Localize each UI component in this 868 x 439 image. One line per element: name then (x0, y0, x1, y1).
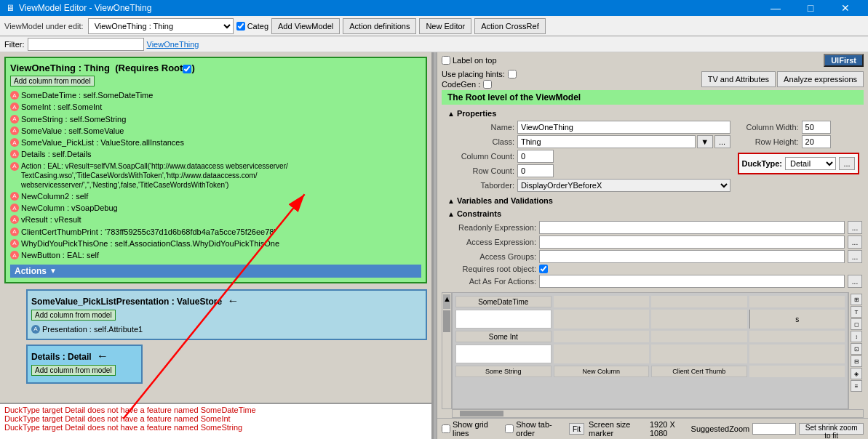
access-expr-input[interactable] (539, 235, 845, 249)
title-bar: 🖥 ViewModel Editor - ViewOneThing — □ ✕ (0, 0, 868, 16)
access-expr-label: Access Expression: (442, 238, 536, 246)
properties-section-header[interactable]: ▲ Properties (442, 108, 864, 119)
picklist-box-title: SomeValue_PickListPresentation : ValueSt… (31, 294, 422, 307)
ui-first-bar: Label on top UIFirst (437, 52, 868, 68)
label-on-top-checkbox[interactable] (442, 56, 450, 65)
action-crossref-button[interactable]: Action CrossRef (474, 18, 545, 34)
title-bar-text: ViewModel Editor - ViewOneThing (19, 3, 151, 13)
act-as-btn[interactable]: ... (848, 275, 862, 288)
action-definitions-button[interactable]: Action definitions (343, 18, 416, 34)
requires-root-checkbox-main[interactable] (183, 65, 191, 73)
show-grid-lines-checkbox[interactable] (442, 424, 450, 433)
taborder-select[interactable]: DisplayOrderYBeforeX (517, 179, 730, 192)
sidebar-icon-8[interactable]: ≡ (851, 380, 862, 392)
access-groups-label: Access Groups: (442, 252, 536, 261)
preview-field-spacer-3 (554, 345, 650, 363)
vm-item-somestring: A SomeString : self.SomeString (10, 113, 421, 125)
show-tab-order-checkbox[interactable] (505, 424, 514, 433)
set-shrink-button[interactable]: Set shrink zoom to fit (799, 423, 864, 435)
preview-label-clientcert: Client Cert Thumb (651, 366, 747, 377)
error-item-3: DuckType target Detail does not have a f… (4, 423, 427, 432)
sidebar-icon-2[interactable]: T (851, 306, 862, 318)
access-expr-btn[interactable]: ... (848, 235, 862, 249)
add-column-main-btn[interactable]: Add column from model (10, 76, 95, 86)
sidebar-icon-1[interactable]: ⊞ (851, 294, 862, 305)
vm-item-icon-vresult: A (10, 215, 19, 224)
fit-button[interactable]: Fit (569, 423, 584, 435)
actions-header[interactable]: Actions ▼ (10, 265, 421, 278)
name-prop-label: Name: (442, 123, 514, 132)
viewmodel-select[interactable]: ViewOneThing : Thing (88, 18, 234, 34)
act-as-input[interactable] (539, 275, 845, 288)
placing-hints-checkbox[interactable] (508, 70, 517, 78)
readonly-expr-input[interactable] (539, 221, 845, 234)
ducktype-box: DuckType: Detail ... (738, 153, 859, 174)
vm-item-icon-whydid: A (10, 239, 19, 248)
size-marker-row: Screen size marker 1920 X 1080 Suggested… (589, 420, 864, 438)
codegen-checkbox[interactable] (483, 80, 492, 89)
new-editor-button[interactable]: New Editor (419, 18, 471, 34)
row-count-input[interactable] (517, 164, 554, 177)
vm-item-icon-picklist: A (10, 138, 19, 147)
sidebar-icon-5[interactable]: ⊡ (851, 343, 862, 355)
ducktype-browse-button[interactable]: ... (839, 157, 855, 170)
vm-item-somevalue: A SomeValue : self.SomeValue (10, 125, 421, 137)
show-tab-order-label: Show tab-order (505, 420, 565, 438)
zoom-input[interactable] (752, 423, 796, 435)
col-count-input[interactable] (517, 150, 554, 163)
sidebar-icon-6[interactable]: ⊟ (851, 355, 862, 367)
row-count-label: Row Count: (442, 166, 514, 175)
col-width-input[interactable] (802, 121, 831, 134)
access-groups-btn[interactable]: ... (848, 250, 862, 263)
name-prop-input[interactable] (517, 121, 730, 134)
access-groups-input[interactable] (539, 250, 845, 263)
row-height-input[interactable] (802, 135, 831, 148)
minimize-button[interactable]: — (759, 0, 792, 16)
filter-link[interactable]: ViewOneThing (147, 40, 199, 49)
categ-checkbox[interactable] (236, 22, 245, 31)
preview-field-someint (455, 345, 552, 363)
filter-label: Filter: (4, 40, 25, 49)
main-viewmodel-box: ViewOneThing : Thing (Requires Root) Add… (4, 57, 427, 283)
readonly-expr-btn[interactable]: ... (848, 221, 862, 234)
filter-input[interactable] (28, 38, 144, 51)
picklist-sub-box: SomeValue_PickListPresentation : ValueSt… (26, 289, 427, 340)
size-value: 1920 X 1080 (650, 420, 688, 438)
left-vscroll[interactable]: ▲ (442, 292, 452, 409)
class-browse-button[interactable]: ... (714, 135, 730, 148)
vm-item-icon-newcol: A (10, 204, 19, 212)
requires-root-object-checkbox[interactable] (539, 265, 548, 273)
sidebar-icon-7[interactable]: ◈ (851, 368, 862, 379)
root-level-text: The Root level of the ViewModel (447, 92, 581, 102)
vscroll-up-btn[interactable]: ▲ (443, 294, 450, 309)
ui-first-button[interactable]: UIFirst (824, 54, 864, 67)
hscroll[interactable] (452, 409, 864, 418)
vm-item-action: A Action : EAL: vResult=selfVM.SoapCall(… (10, 161, 421, 190)
right-panel: Label on top UIFirst Use placing hints: … (437, 52, 868, 439)
error-item-2: DuckType target Detail does not have a f… (4, 414, 427, 423)
analyze-expressions-button[interactable]: Analyze expressions (777, 71, 864, 87)
vm-item-icon-newcol2: A (10, 192, 19, 201)
class-dropdown-button[interactable]: ▼ (697, 135, 713, 148)
add-column-details-btn[interactable]: Add column from model (31, 365, 116, 376)
preview-spacer-7 (749, 366, 845, 377)
ducktype-select[interactable]: Detail (785, 157, 836, 170)
add-viewmodel-button[interactable]: Add ViewModel (271, 18, 340, 34)
preview-spacer-3 (749, 296, 845, 307)
vm-item-icon-action: A (10, 162, 19, 171)
add-column-picklist-btn[interactable]: Add column from model (31, 310, 116, 321)
close-button[interactable]: ✕ (829, 0, 862, 16)
class-prop-label: Class: (442, 137, 514, 146)
variables-section-header[interactable]: ▲ Variables and Validations (442, 195, 864, 206)
tv-attributes-button[interactable]: TV and Attributes (701, 71, 776, 87)
preview-grid: SomeDateTime s Some Int (452, 292, 848, 409)
preview-field-spacer-1 (554, 310, 650, 329)
show-grid-lines-label: Show grid lines (442, 420, 501, 438)
constraints-section-header[interactable]: ▲ Constraints (442, 208, 864, 220)
sidebar-icon-3[interactable]: ◻ (851, 318, 862, 330)
left-scroll-area[interactable]: ViewOneThing : Thing (Requires Root) Add… (0, 52, 431, 403)
maximize-button[interactable]: □ (794, 0, 827, 16)
preview-spacer-2 (651, 296, 747, 307)
sidebar-icon-4[interactable]: ↕ (851, 331, 862, 342)
class-prop-input[interactable] (517, 135, 696, 148)
